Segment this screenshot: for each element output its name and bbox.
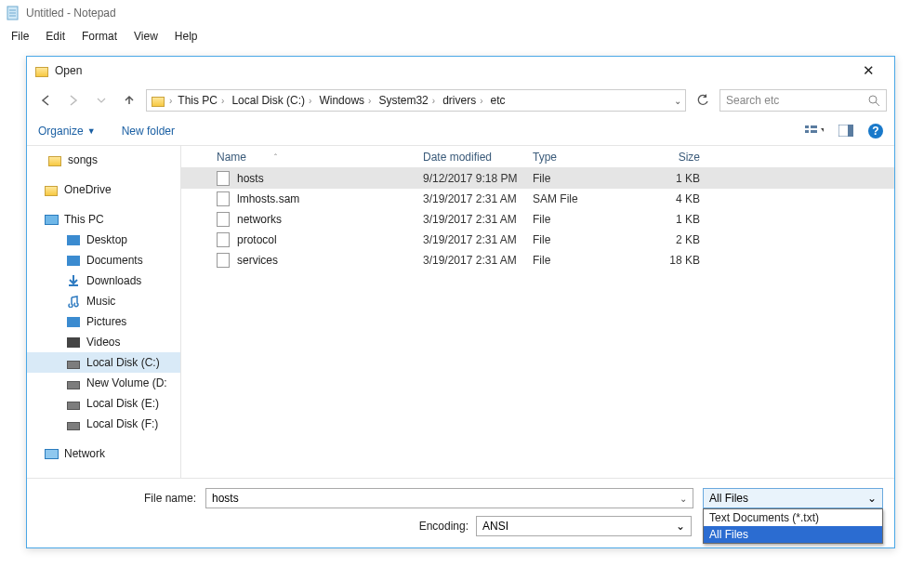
- breadcrumb[interactable]: System32›: [376, 94, 437, 107]
- filename-input[interactable]: hosts ⌄: [205, 488, 693, 508]
- filter-option-all[interactable]: All Files: [704, 526, 882, 543]
- file-row[interactable]: lmhosts.sam3/19/2017 2:31 AMSAM File4 KB: [181, 189, 894, 209]
- file-type: File: [533, 213, 642, 226]
- col-date[interactable]: Date modified: [423, 151, 533, 164]
- search-icon: [868, 95, 880, 107]
- chevron-down-icon: ▼: [87, 126, 96, 136]
- encoding-label: Encoding:: [419, 520, 476, 533]
- nav-tree: songs OneDrive This PC Desktop Documents…: [27, 146, 181, 478]
- col-size[interactable]: Size: [642, 151, 709, 164]
- file-name: lmhosts.sam: [237, 192, 299, 205]
- help-button[interactable]: ?: [868, 124, 883, 138]
- file-icon: [217, 191, 230, 206]
- dialog-titlebar[interactable]: Open ✕: [27, 57, 894, 85]
- breadcrumb[interactable]: This PC›: [176, 94, 226, 107]
- notepad-title: Untitled - Notepad: [26, 7, 116, 20]
- organize-button[interactable]: Organize ▼: [38, 125, 96, 138]
- col-type[interactable]: Type: [533, 151, 642, 164]
- dialog-toolbar: Organize ▼ New folder ?: [27, 116, 894, 146]
- tree-item-downloads[interactable]: Downloads: [27, 270, 180, 291]
- file-date: 3/19/2017 2:31 AM: [423, 192, 533, 205]
- breadcrumb[interactable]: Windows›: [317, 94, 373, 107]
- tree-item-local-disk-c[interactable]: Local Disk (C:): [27, 352, 180, 373]
- filetype-dropdown: Text Documents (*.txt) All Files: [703, 508, 883, 544]
- svg-line-5: [876, 102, 879, 106]
- encoding-select[interactable]: ANSI ⌄: [476, 516, 692, 536]
- menu-help[interactable]: Help: [167, 28, 205, 45]
- file-type: SAM File: [533, 192, 642, 205]
- file-name: services: [237, 254, 278, 267]
- dialog-title: Open: [55, 64, 82, 77]
- tree-item-pictures[interactable]: Pictures: [27, 311, 180, 332]
- open-dialog: Open ✕ › This PC› Local Disk (C:)› Windo…: [26, 56, 895, 548]
- file-list-header[interactable]: Nameˆ Date modified Type Size: [181, 146, 894, 168]
- menu-format[interactable]: Format: [74, 28, 125, 45]
- chevron-right-icon: ›: [169, 96, 172, 106]
- tree-item-documents[interactable]: Documents: [27, 250, 180, 270]
- file-list: Nameˆ Date modified Type Size hosts9/12/…: [181, 146, 894, 478]
- tree-item-onedrive[interactable]: OneDrive: [27, 179, 180, 200]
- col-name[interactable]: Name: [217, 151, 246, 164]
- folder-icon: [34, 63, 49, 78]
- file-icon: [217, 212, 230, 227]
- menu-file[interactable]: File: [4, 28, 36, 45]
- recent-dropdown[interactable]: [90, 89, 112, 112]
- preview-pane-button[interactable]: [837, 122, 855, 140]
- file-date: 9/12/2017 9:18 PM: [423, 172, 533, 185]
- new-folder-button[interactable]: New folder: [122, 125, 175, 138]
- tree-item-network[interactable]: Network: [27, 443, 180, 464]
- svg-rect-7: [805, 130, 809, 133]
- filetype-filter[interactable]: All Files ⌄: [703, 488, 883, 508]
- chevron-down-icon[interactable]: ⌄: [674, 96, 681, 106]
- file-size: 2 KB: [642, 233, 709, 246]
- dialog-bottom: File name: hosts ⌄ All Files ⌄ Text Docu…: [27, 479, 894, 547]
- file-row[interactable]: protocol3/19/2017 2:31 AMFile2 KB: [181, 230, 894, 250]
- folder-icon: [151, 93, 165, 108]
- tree-item-music[interactable]: Music: [27, 291, 180, 311]
- svg-rect-11: [848, 125, 853, 137]
- svg-rect-8: [811, 125, 817, 128]
- back-button[interactable]: [34, 89, 57, 112]
- file-icon: [217, 253, 230, 268]
- filename-label: File name:: [38, 492, 205, 505]
- forward-button[interactable]: [62, 89, 85, 112]
- filter-option-txt[interactable]: Text Documents (*.txt): [704, 509, 882, 526]
- file-size: 1 KB: [642, 213, 709, 226]
- nav-row: › This PC› Local Disk (C:)› Windows› Sys…: [27, 85, 894, 116]
- tree-item-videos[interactable]: Videos: [27, 332, 180, 352]
- file-type: File: [533, 254, 642, 267]
- file-icon: [217, 232, 230, 247]
- tree-item-songs[interactable]: songs: [27, 150, 180, 170]
- file-row[interactable]: hosts9/12/2017 9:18 PMFile1 KB: [181, 168, 894, 189]
- menu-edit[interactable]: Edit: [38, 28, 73, 45]
- chevron-down-icon: ⌄: [676, 520, 685, 533]
- file-date: 3/19/2017 2:31 AM: [423, 213, 533, 226]
- close-button[interactable]: ✕: [850, 62, 887, 79]
- file-date: 3/19/2017 2:31 AM: [423, 233, 533, 246]
- tree-item-thispc[interactable]: This PC: [27, 209, 180, 230]
- chevron-down-icon[interactable]: ⌄: [680, 494, 687, 504]
- file-size: 18 KB: [642, 254, 709, 267]
- file-row[interactable]: services3/19/2017 2:31 AMFile18 KB: [181, 250, 894, 270]
- menu-view[interactable]: View: [126, 28, 165, 45]
- up-button[interactable]: [118, 89, 140, 112]
- view-options-button[interactable]: [805, 122, 824, 140]
- address-bar[interactable]: › This PC› Local Disk (C:)› Windows› Sys…: [146, 89, 686, 112]
- refresh-button[interactable]: [692, 89, 714, 112]
- file-row[interactable]: networks3/19/2017 2:31 AMFile1 KB: [181, 209, 894, 230]
- file-name: protocol: [237, 233, 277, 246]
- tree-item-local-disk-f[interactable]: Local Disk (F:): [27, 414, 180, 434]
- tree-item-local-disk-e[interactable]: Local Disk (E:): [27, 393, 180, 414]
- breadcrumb[interactable]: drivers›: [441, 94, 484, 107]
- breadcrumb[interactable]: etc: [489, 94, 508, 107]
- file-date: 3/19/2017 2:31 AM: [423, 254, 533, 267]
- search-input[interactable]: Search etc: [719, 89, 887, 112]
- tree-item-new-volume-d[interactable]: New Volume (D:: [27, 373, 180, 393]
- file-type: File: [533, 172, 642, 185]
- svg-rect-6: [805, 125, 809, 128]
- svg-rect-9: [811, 130, 817, 133]
- notepad-menubar: File Edit Format View Help: [0, 26, 924, 46]
- breadcrumb[interactable]: Local Disk (C:)›: [230, 94, 313, 107]
- file-size: 1 KB: [642, 172, 709, 185]
- tree-item-desktop[interactable]: Desktop: [27, 230, 180, 250]
